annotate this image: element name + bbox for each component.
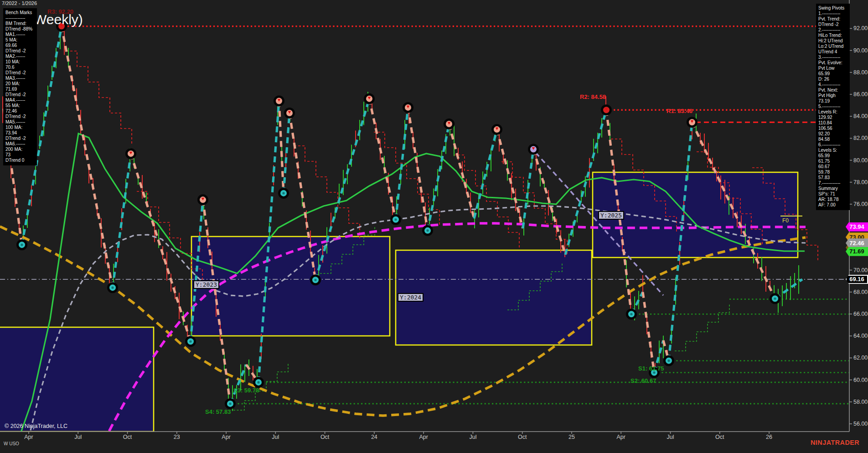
- time-axis-label: Oct: [715, 434, 724, 440]
- pivot-high-marker: [365, 94, 374, 103]
- pivot-high-marker: [688, 118, 697, 127]
- pivot-high-marker: [127, 149, 135, 158]
- year-box-label: Y:2025: [598, 211, 624, 220]
- instrument-tab[interactable]: W USO: [4, 441, 19, 446]
- time-axis-label: 26: [766, 434, 772, 440]
- price-axis-label: 64.00: [853, 333, 868, 339]
- chart-canvas[interactable]: [0, 0, 868, 453]
- pivot-high-marker: [285, 108, 294, 117]
- pivot-high-marker: [199, 196, 207, 204]
- time-axis-label: Apr: [419, 434, 428, 440]
- pivot-low-marker: [254, 378, 263, 386]
- level-label: S3: 59.78: [233, 387, 259, 394]
- level-label: S2: 60.67: [630, 377, 656, 384]
- time-axis-label: Oct: [123, 434, 132, 440]
- ninjatrader-logo: NINJATRADER: [811, 439, 859, 446]
- pivot-high-marker: [529, 145, 538, 154]
- level-label: R2: 84.58: [580, 93, 606, 100]
- price-axis-label: 60.00: [853, 377, 868, 383]
- level-label: S1: 61.75: [638, 365, 664, 372]
- pivot-high-marker: [275, 97, 284, 105]
- date-range-label: 7/2022 - 1/2026: [2, 0, 37, 6]
- pivot-low-marker: [392, 215, 400, 224]
- pivot-low-marker: [279, 189, 288, 197]
- pivot-low-marker: [226, 399, 235, 408]
- price-axis-label: 70.00: [853, 267, 868, 273]
- price-axis-label: 88.00: [853, 69, 868, 76]
- bench-marks-panel: Bench Marks ------------- BM Trend: DTre…: [3, 8, 37, 165]
- price-axis-label: 68.00: [853, 289, 868, 295]
- pivot-low-marker: [424, 226, 432, 235]
- price-axis-label: 62.00: [853, 355, 868, 361]
- price-axis-label: 82.00: [853, 135, 868, 141]
- price-tag-71.69: 71.69: [846, 247, 868, 256]
- year-box-label: Y:2024: [398, 293, 424, 302]
- pivot-low-marker: [186, 337, 195, 346]
- time-axis-label: 25: [568, 434, 575, 440]
- price-axis-label: 56.00: [853, 421, 868, 427]
- trail-line: [675, 303, 729, 351]
- pivot-low-marker: [665, 356, 673, 365]
- pivot-low-marker: [771, 294, 780, 303]
- pivot-low-marker: [108, 283, 117, 292]
- copyright-notice: © 2026 NinjaTrader, LLC: [5, 423, 67, 429]
- price-axis-label: 80.00: [853, 157, 868, 164]
- pivot-high-marker: [445, 120, 454, 129]
- pivot-high-marker: [493, 125, 501, 134]
- price-tag-72.46: 72.46: [846, 238, 868, 247]
- price-axis-label: 90.00: [853, 47, 868, 54]
- time-axis-label: Apr: [222, 434, 230, 440]
- price-axis-label: 66.00: [853, 311, 868, 317]
- price-axis-label: 92.00: [853, 25, 868, 31]
- pivot-low-marker: [627, 310, 636, 319]
- pivot-low-marker: [18, 241, 26, 249]
- price-tag-73.94: 73.94: [846, 222, 868, 232]
- level-label: S4: 57.83: [205, 408, 231, 415]
- pivot-high-marker: [404, 103, 413, 112]
- time-axis-label: 23: [174, 434, 180, 440]
- price-axis-label: 58.00: [853, 399, 868, 405]
- price-axis-label: 78.00: [853, 179, 868, 185]
- time-axis-label: Jul: [667, 434, 674, 440]
- level-label: R1: 83.46: [666, 108, 692, 114]
- chart-title: (Weekly): [29, 12, 83, 28]
- time-axis-label: Jul: [272, 434, 279, 440]
- price-axis-label: 84.00: [853, 113, 868, 119]
- price-axis-label: 86.00: [853, 91, 868, 98]
- time-axis-label: Apr: [617, 434, 625, 440]
- plot-area: [0, 22, 849, 453]
- swing-pivots-panel: Swing Pivots 1.------------ Pvt. Trend: …: [816, 4, 850, 210]
- year-box-label: Y:2023: [193, 280, 219, 289]
- price-axis-label: 76.00: [853, 201, 868, 207]
- time-axis-label: Oct: [518, 434, 527, 440]
- price-tag-69.16: 69.16: [846, 275, 868, 284]
- time-axis-label: Oct: [320, 434, 329, 440]
- trail-line: [294, 146, 360, 239]
- pivot-high-marker: [602, 106, 611, 114]
- pivot-low-marker: [311, 276, 320, 284]
- year-box: [0, 327, 154, 432]
- ninjatrader-chart-window: 7/2022 - 1/2026 (Weekly) Bench Marks ---…: [0, 0, 868, 453]
- f0-pivot-label: F0: [782, 217, 789, 224]
- time-axis-label: Apr: [24, 434, 33, 440]
- time-axis-label: 24: [371, 434, 377, 440]
- time-axis-label: Jul: [74, 434, 82, 440]
- time-axis-label: Jul: [469, 434, 476, 440]
